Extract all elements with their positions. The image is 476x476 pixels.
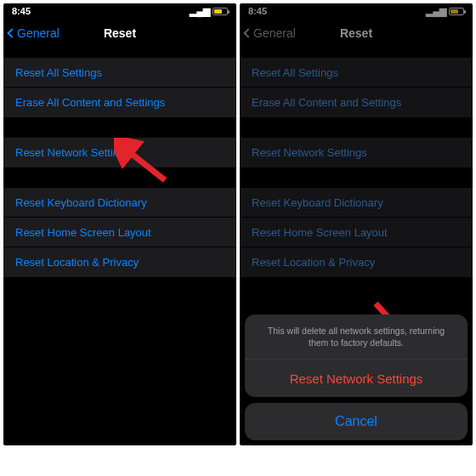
back-button[interactable]: General bbox=[8, 26, 60, 40]
nav-bar: General Reset bbox=[3, 19, 236, 48]
reset-all-settings-row: Reset All Settings bbox=[240, 58, 473, 88]
battery-icon bbox=[212, 8, 228, 15]
signal-icon: ▂▄▆ bbox=[190, 6, 210, 17]
reset-home-screen-row: Reset Home Screen Layout bbox=[240, 218, 473, 247]
back-label: General bbox=[17, 26, 60, 40]
action-sheet: This will delete all network settings, r… bbox=[240, 309, 473, 445]
status-time: 8:45 bbox=[12, 6, 31, 16]
list-group: Reset All Settings Erase All Content and… bbox=[3, 58, 236, 117]
reset-list: Reset All Settings Erase All Content and… bbox=[3, 58, 236, 277]
confirm-reset-network-button[interactable]: Reset Network Settings bbox=[245, 360, 468, 397]
reset-network-settings-row: Reset Network Settings bbox=[240, 138, 473, 167]
nav-bar: General Reset bbox=[240, 19, 473, 48]
reset-list-dimmed: Reset All Settings Erase All Content and… bbox=[240, 58, 473, 277]
action-sheet-panel: This will delete all network settings, r… bbox=[245, 314, 468, 397]
list-group: Reset Network Settings bbox=[3, 138, 236, 167]
list-group: Reset All Settings Erase All Content and… bbox=[240, 58, 473, 117]
nav-title: Reset bbox=[104, 26, 136, 40]
signal-icon: ▂▄▆ bbox=[426, 6, 446, 17]
screenshot-left: 8:45 ▂▄▆ General Reset Reset All Setting… bbox=[3, 3, 236, 445]
list-group: Reset Keyboard Dictionary Reset Home Scr… bbox=[3, 188, 236, 277]
status-right: ▂▄▆ bbox=[190, 6, 228, 17]
back-button: General bbox=[245, 26, 296, 40]
reset-home-screen-row[interactable]: Reset Home Screen Layout bbox=[3, 218, 236, 247]
chevron-left-icon bbox=[243, 28, 252, 37]
erase-all-content-row[interactable]: Erase All Content and Settings bbox=[3, 88, 236, 117]
reset-location-privacy-row: Reset Location & Privacy bbox=[240, 247, 473, 277]
status-bar: 8:45 ▂▄▆ bbox=[3, 3, 236, 19]
status-right: ▂▄▆ bbox=[426, 6, 464, 17]
battery-icon bbox=[449, 8, 464, 15]
reset-network-settings-row[interactable]: Reset Network Settings bbox=[3, 138, 236, 167]
reset-location-privacy-row[interactable]: Reset Location & Privacy bbox=[3, 247, 236, 277]
status-bar: 8:45 ▂▄▆ bbox=[240, 3, 473, 19]
nav-title: Reset bbox=[340, 26, 372, 40]
reset-keyboard-dictionary-row: Reset Keyboard Dictionary bbox=[240, 188, 473, 218]
status-time: 8:45 bbox=[248, 6, 267, 16]
cancel-button[interactable]: Cancel bbox=[245, 403, 468, 440]
reset-all-settings-row[interactable]: Reset All Settings bbox=[3, 58, 236, 88]
list-group: Reset Keyboard Dictionary Reset Home Scr… bbox=[240, 188, 473, 277]
erase-all-content-row: Erase All Content and Settings bbox=[240, 88, 473, 117]
reset-keyboard-dictionary-row[interactable]: Reset Keyboard Dictionary bbox=[3, 188, 236, 218]
action-sheet-message: This will delete all network settings, r… bbox=[245, 314, 468, 360]
chevron-left-icon bbox=[7, 28, 16, 37]
screenshot-right: 8:45 ▂▄▆ General Reset Reset All Setting… bbox=[240, 3, 473, 445]
back-label: General bbox=[253, 26, 296, 40]
list-group: Reset Network Settings bbox=[240, 138, 473, 167]
